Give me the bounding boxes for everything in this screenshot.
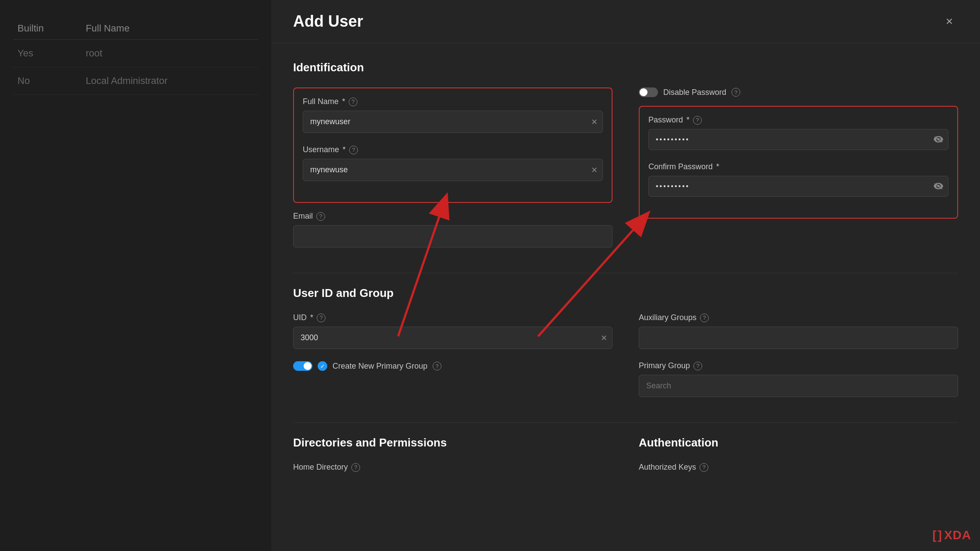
dir-left: Directories and Permissions Home Directo… <box>293 436 612 484</box>
fullname-input-wrapper: ✕ <box>303 111 603 133</box>
email-input-wrapper <box>293 225 612 248</box>
fullname-group: Full Name * ? ✕ <box>303 97 603 133</box>
fullname-value: root <box>81 40 258 67</box>
primary-group-group: Primary Group ? <box>639 361 958 397</box>
password-input[interactable] <box>648 129 948 150</box>
builtin-value: No <box>13 67 81 95</box>
password-help-icon[interactable]: ? <box>693 116 702 125</box>
xda-text: XDA <box>944 528 971 542</box>
section-divider-2 <box>293 422 958 423</box>
auth-keys-group: Authorized Keys ? <box>639 463 958 472</box>
email-input[interactable] <box>293 225 612 248</box>
col-fullname: Full Name <box>81 17 258 40</box>
home-dir-label-text: Home Directory <box>293 463 348 472</box>
dir-auth-row: Directories and Permissions Home Directo… <box>293 436 958 484</box>
aux-groups-help-icon[interactable]: ? <box>700 314 709 322</box>
col-builtin: Builtin <box>13 17 81 40</box>
identification-left: Full Name * ? ✕ <box>293 87 612 260</box>
fullname-clear-button[interactable]: ✕ <box>591 117 598 127</box>
password-highlight: Password * ? <box>639 106 958 219</box>
uid-row: UID * ? ✕ ✓ <box>293 313 958 409</box>
auth-keys-label: Authorized Keys ? <box>639 463 958 472</box>
left-panel: Builtin Full Name Yes root No Local Admi… <box>0 0 271 551</box>
create-primary-group-row: ✓ Create New Primary Group ? <box>293 361 612 371</box>
modal-overlay: Add User × Identification Full Name <box>271 0 980 551</box>
fullname-input[interactable] <box>303 111 603 133</box>
uid-required: * <box>310 313 313 322</box>
username-input-wrapper: ✕ <box>303 159 603 181</box>
disable-password-toggle[interactable] <box>639 87 658 97</box>
password-group: Password * ? <box>648 115 948 150</box>
auth-section-title: Authentication <box>639 436 958 450</box>
aux-groups-label: Auxiliary Groups ? <box>639 313 958 322</box>
create-primary-group-label: Create New Primary Group <box>332 362 427 371</box>
section-divider <box>293 273 958 273</box>
username-group: Username * ? ✕ <box>303 145 603 181</box>
auth-right: Authentication Authorized Keys ? <box>639 436 958 484</box>
disable-password-label: Disable Password <box>663 88 726 97</box>
fullname-help-icon[interactable]: ? <box>349 98 357 106</box>
modal-inner: Identification Full Name * ? <box>293 61 958 484</box>
primary-group-search-wrapper <box>639 375 958 397</box>
aux-groups-label-text: Auxiliary Groups <box>639 313 696 322</box>
uid-clear-button[interactable]: ✕ <box>601 333 607 343</box>
close-button[interactable]: × <box>941 13 958 30</box>
password-label-text: Password <box>648 115 683 125</box>
create-primary-group-toggle[interactable] <box>293 361 312 371</box>
confirm-password-input-wrapper <box>648 176 948 197</box>
username-label-text: Username <box>303 145 339 154</box>
home-dir-label: Home Directory ? <box>293 463 612 472</box>
username-clear-button[interactable]: ✕ <box>591 165 598 175</box>
xda-bracket-close: ] <box>938 529 942 541</box>
confirm-password-eye-button[interactable] <box>934 183 943 190</box>
builtin-value: Yes <box>13 40 81 67</box>
uid-input-wrapper: ✕ <box>293 327 612 349</box>
uid-right: Auxiliary Groups ? Primary Group ? <box>639 313 958 409</box>
identification-highlight: Full Name * ? ✕ <box>293 87 612 203</box>
disable-password-row: Disable Password ? <box>639 87 958 97</box>
xda-bracket-open: [ <box>932 529 937 541</box>
uid-section-title: User ID and Group <box>293 286 958 300</box>
username-help-icon[interactable]: ? <box>349 146 358 154</box>
confirm-password-input[interactable] <box>648 176 948 197</box>
aux-groups-input[interactable] <box>639 327 958 349</box>
uid-left: UID * ? ✕ ✓ <box>293 313 612 409</box>
uid-label: UID * ? <box>293 313 612 322</box>
primary-group-search-input[interactable] <box>639 375 958 397</box>
auth-keys-help-icon[interactable]: ? <box>700 463 708 472</box>
username-required: * <box>343 145 346 154</box>
password-input-wrapper <box>648 129 948 150</box>
uid-input[interactable] <box>293 327 612 349</box>
primary-group-help-icon[interactable]: ? <box>693 362 702 370</box>
fullname-required: * <box>342 97 345 106</box>
password-required: * <box>686 115 690 125</box>
modal-header: Add User × <box>271 0 980 43</box>
xda-logo: [ ] XDA <box>932 528 971 542</box>
primary-group-label: Primary Group ? <box>639 361 958 370</box>
home-dir-group: Home Directory ? <box>293 463 612 472</box>
create-primary-group-help-icon[interactable]: ? <box>433 362 441 370</box>
confirm-password-label: Confirm Password * <box>648 162 948 171</box>
uid-label-text: UID <box>293 313 307 322</box>
email-help-icon[interactable]: ? <box>316 212 325 221</box>
aux-groups-group: Auxiliary Groups ? <box>639 313 958 349</box>
table-row[interactable]: No Local Administrator <box>13 67 258 95</box>
confirm-password-label-text: Confirm Password <box>648 162 713 171</box>
auth-keys-label-text: Authorized Keys <box>639 463 696 472</box>
password-eye-button[interactable] <box>934 136 943 143</box>
disable-password-help-icon[interactable]: ? <box>732 88 740 97</box>
confirm-password-group: Confirm Password * <box>648 162 948 197</box>
create-primary-group-check-icon: ✓ <box>318 361 327 371</box>
email-group: Email ? <box>293 212 612 248</box>
dir-section-title: Directories and Permissions <box>293 436 612 450</box>
primary-group-label-text: Primary Group <box>639 361 690 370</box>
modal-title: Add User <box>293 12 363 31</box>
confirm-password-required: * <box>716 162 719 171</box>
identification-right: Disable Password ? Password * ? <box>639 87 958 260</box>
table-row[interactable]: Yes root <box>13 40 258 67</box>
home-dir-help-icon[interactable]: ? <box>351 463 360 472</box>
username-input[interactable] <box>303 159 603 181</box>
fullname-value: Local Administrator <box>81 67 258 95</box>
uid-help-icon[interactable]: ? <box>317 314 326 322</box>
aux-groups-input-wrapper <box>639 327 958 349</box>
